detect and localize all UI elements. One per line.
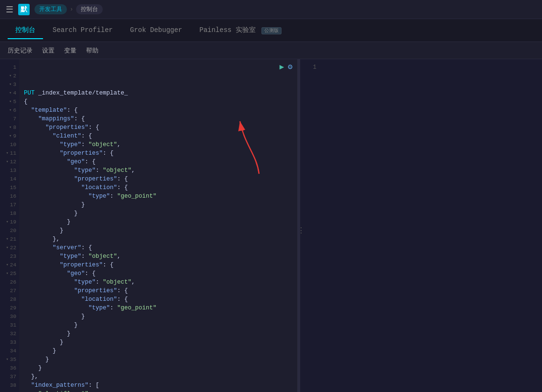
line-number-28: 28	[0, 295, 16, 304]
line-number-25: ▾25	[0, 269, 16, 278]
line-number-38: 38	[0, 381, 16, 390]
code-line-2: {	[24, 97, 273, 106]
line-number-31: 31	[0, 321, 16, 329]
editor-panel: 1▾2▾3▾4▾5▾67▾8▾910▾11▾12131415161718▾192…	[0, 59, 299, 392]
run-button[interactable]: ▶	[280, 63, 284, 72]
code-line-22: "geo": {	[24, 269, 273, 278]
toolbar-history[interactable]: 历史记录	[8, 46, 33, 55]
line-number-37: 37	[0, 372, 16, 381]
line-number-22: ▾22	[0, 244, 16, 252]
toolbar-variables[interactable]: 变量	[64, 46, 76, 55]
tab-grok-debugger[interactable]: Grok Debugger	[122, 22, 190, 39]
line-number-2: ▾2	[0, 72, 16, 80]
response-line-1: 1	[300, 63, 316, 72]
code-line-9: "geo": {	[24, 158, 273, 166]
line-number-16: 16	[0, 192, 16, 201]
code-line-31: }	[24, 347, 273, 355]
code-line-14: }	[24, 201, 273, 209]
line-number-12: ▾12	[0, 158, 16, 166]
line-number-29: 29	[0, 304, 16, 312]
fold-arrow-19[interactable]: ▾	[6, 218, 8, 226]
code-line-12: "location": {	[24, 183, 273, 192]
code-line-18: },	[24, 235, 273, 244]
code-line-15: }	[24, 209, 273, 218]
fold-arrow-2[interactable]: ▾	[9, 72, 11, 80]
code-line-33: }	[24, 364, 273, 372]
code-line-13: "type": "geo_point"	[24, 192, 273, 201]
line-number-4: ▾4	[0, 89, 16, 97]
line-number-30: 30	[0, 312, 16, 321]
code-line-5: "properties": {	[24, 123, 273, 132]
fold-arrow-6[interactable]: ▾	[9, 106, 11, 115]
line-number-13: 13	[0, 166, 16, 175]
code-line-32: }	[24, 355, 273, 364]
fold-arrow-35[interactable]: ▾	[6, 355, 8, 364]
code-line-11: "properties": {	[24, 175, 273, 183]
code-line-25: "location": {	[24, 295, 273, 304]
code-line-8: "properties": {	[24, 149, 273, 158]
line-number-26: 26	[0, 278, 16, 286]
breadcrumb-separator: ›	[70, 6, 73, 13]
code-line-7: "type": "object",	[24, 140, 273, 149]
line-number-9: ▾9	[0, 132, 16, 140]
fold-arrow-24[interactable]: ▾	[6, 261, 8, 269]
editor-icons: ▶ ⚙	[280, 63, 293, 72]
fold-arrow-11[interactable]: ▾	[6, 149, 8, 158]
breadcrumb-console[interactable]: 控制台	[76, 4, 103, 14]
code-line-20: "type": "object",	[24, 252, 273, 261]
code-editor[interactable]: PUT _index_template/template_{ "template…	[19, 59, 297, 392]
fold-arrow-3[interactable]: ▾	[9, 80, 11, 89]
tab-painless[interactable]: Painless 实验室 公测版	[192, 22, 289, 39]
fold-arrow-21[interactable]: ▾	[6, 235, 8, 244]
fold-arrow-5[interactable]: ▾	[9, 97, 11, 106]
code-line-23: "type": "object",	[24, 278, 273, 286]
code-line-21: "properties": {	[24, 261, 273, 269]
toolbar-settings[interactable]: 设置	[42, 46, 54, 55]
breadcrumb: 开发工具 › 控制台	[34, 4, 103, 14]
code-line-29: }	[24, 329, 273, 338]
fold-arrow-8[interactable]: ▾	[9, 123, 11, 132]
code-line-17: }	[24, 226, 273, 235]
line-number-3: ▾3	[0, 80, 16, 89]
fold-arrow-4[interactable]: ▾	[9, 89, 11, 97]
fold-arrow-22[interactable]: ▾	[6, 244, 8, 252]
line-number-17: 17	[0, 201, 16, 209]
line-number-10: 10	[0, 140, 16, 149]
line-number-24: ▾24	[0, 261, 16, 269]
code-line-1: PUT _index_template/template_	[24, 89, 273, 97]
code-line-4: "mappings": {	[24, 115, 273, 123]
tab-console[interactable]: 控制台	[8, 22, 43, 39]
code-line-19: "server": {	[24, 244, 273, 252]
resize-handle[interactable]	[299, 59, 300, 392]
line-number-1: 1	[0, 63, 16, 72]
wrench-icon[interactable]: ⚙	[288, 63, 293, 72]
toolbar-help[interactable]: 帮助	[86, 46, 98, 55]
code-line-34: },	[24, 372, 273, 381]
code-line-26: "type": "geo_point"	[24, 304, 273, 312]
editor-content: 1▾2▾3▾4▾5▾67▾8▾910▾11▾12131415161718▾192…	[0, 59, 297, 392]
line-number-7: 7	[0, 115, 16, 123]
line-number-5: ▾5	[0, 97, 16, 106]
line-number-20: 20	[0, 226, 16, 235]
line-number-21: ▾21	[0, 235, 16, 244]
fold-arrow-25[interactable]: ▾	[6, 269, 8, 278]
fold-arrow-9[interactable]: ▾	[9, 132, 11, 140]
painless-badge: 公测版	[261, 27, 282, 34]
breadcrumb-devtools[interactable]: 开发工具	[34, 4, 67, 14]
hamburger-icon[interactable]: ☰	[6, 4, 13, 15]
code-line-27: }	[24, 312, 273, 321]
line-number-14: 14	[0, 175, 16, 183]
line-number-18: 18	[0, 209, 16, 218]
main-area: 1▾2▾3▾4▾5▾67▾8▾910▾11▾12131415161718▾192…	[0, 59, 542, 392]
line-number-35: ▾35	[0, 355, 16, 364]
line-number-8: ▾8	[0, 123, 16, 132]
line-number-32: 32	[0, 329, 16, 338]
response-panel: 1	[300, 59, 542, 392]
tab-search-profiler[interactable]: Search Profiler	[45, 22, 120, 39]
line-number-36: 36	[0, 364, 16, 372]
fold-arrow-12[interactable]: ▾	[6, 158, 8, 166]
code-line-6: "client": {	[24, 132, 273, 140]
line-numbers: 1▾2▾3▾4▾5▾67▾8▾910▾11▾12131415161718▾192…	[0, 59, 19, 392]
line-number-27: 27	[0, 286, 16, 295]
line-number-6: ▾6	[0, 106, 16, 115]
